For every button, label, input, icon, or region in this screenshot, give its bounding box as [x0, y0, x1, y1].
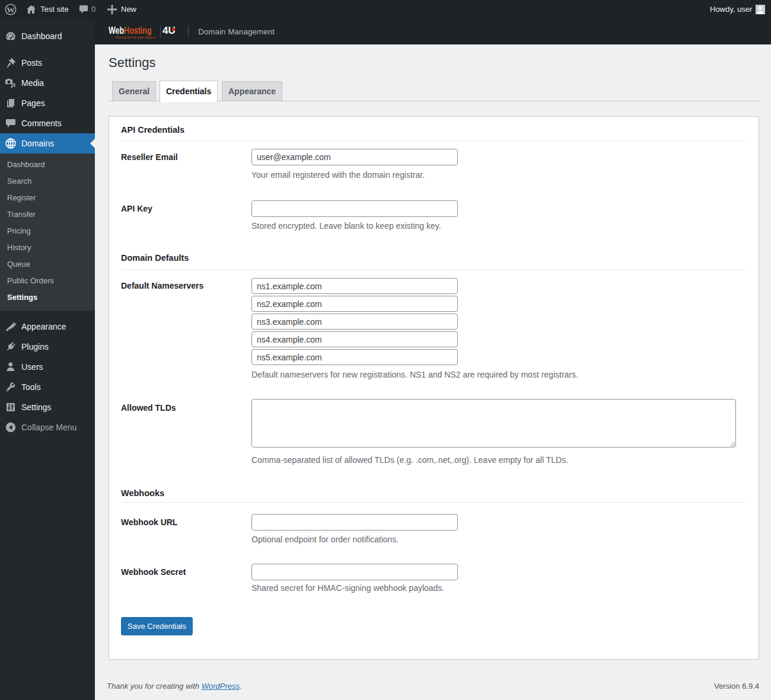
svg-text:W: W [7, 5, 15, 14]
